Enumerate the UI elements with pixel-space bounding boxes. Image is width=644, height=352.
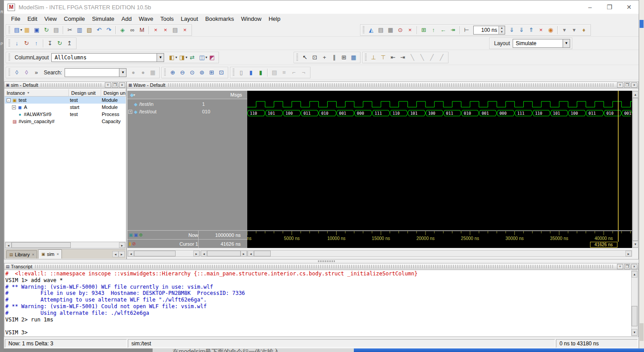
restart-icon[interactable]: ⊞ bbox=[419, 26, 428, 35]
insert-cursor-icon[interactable]: ⊥ bbox=[369, 53, 378, 62]
wave-grid-icon[interactable]: ▣ bbox=[134, 232, 138, 237]
break-icon[interactable]: × bbox=[537, 26, 545, 35]
minimize-button[interactable]: – bbox=[580, 0, 600, 14]
scroll-left-icon[interactable]: ◄ bbox=[128, 251, 134, 256]
sim-panel-header[interactable]: ▣ sim - Default + ❐ × bbox=[4, 82, 126, 89]
transcript-header[interactable]: ▤ Transcript + ❐ × bbox=[4, 263, 638, 270]
title-bar[interactable]: M ModelSim - INTEL FPGA STARTER EDITION … bbox=[4, 0, 639, 14]
tree-row-vsimcapacity[interactable]: ▨#vsim_capacity#Capacity bbox=[5, 118, 126, 125]
next-transition-icon[interactable]: ⇥ bbox=[398, 53, 407, 62]
promote-icon[interactable]: ↑ bbox=[32, 39, 41, 48]
add-to-wave-icon[interactable]: M bbox=[138, 26, 146, 35]
waveform-canvas[interactable]: 1101011000110100010001111101011000110100… bbox=[247, 91, 632, 230]
sync-icon[interactable]: ↻ bbox=[42, 26, 51, 35]
run-icon[interactable]: ⇓ bbox=[507, 26, 516, 35]
memory-list-icon[interactable]: ▤ bbox=[376, 26, 385, 35]
tree-row-ALWAYS9[interactable]: ●#ALWAYS#9testProcess bbox=[5, 111, 126, 118]
transcript-vertical-scrollbar[interactable]: ▲ ▼ bbox=[631, 271, 638, 336]
toolbar-grip[interactable] bbox=[8, 54, 10, 62]
dock-button[interactable]: + bbox=[105, 82, 111, 88]
run-all-icon[interactable]: ⇓ bbox=[517, 26, 526, 35]
refresh-icon[interactable]: ↻ bbox=[22, 39, 31, 48]
zoom-full-icon[interactable]: ⊙ bbox=[188, 68, 196, 77]
copy-icon[interactable]: ▥ bbox=[75, 26, 84, 35]
chevron-down-icon[interactable]: ▾ bbox=[205, 55, 207, 59]
grid-b-icon[interactable]: ≡ bbox=[280, 68, 288, 77]
print-icon[interactable]: ▤ bbox=[52, 26, 61, 35]
grid-config-icon[interactable]: ◫ bbox=[197, 53, 206, 62]
menu-tools[interactable]: Tools bbox=[157, 15, 177, 23]
scroll-left-icon[interactable]: ◄ bbox=[201, 251, 207, 256]
expand-icon[interactable]: + bbox=[128, 110, 132, 114]
restore-button[interactable]: ❐ bbox=[624, 82, 630, 88]
next-falling-icon[interactable]: ╲ bbox=[418, 53, 426, 62]
scroll-thumb[interactable] bbox=[207, 251, 241, 256]
select-mode-icon[interactable]: ↖ bbox=[300, 53, 309, 62]
step-back-icon[interactable]: ← bbox=[439, 26, 448, 35]
zoom-in-icon[interactable]: ⊕ bbox=[168, 68, 177, 77]
menu-view[interactable]: View bbox=[41, 15, 60, 23]
panel-drag-grip[interactable] bbox=[35, 265, 614, 268]
menu-compile[interactable]: Compile bbox=[60, 15, 88, 23]
scroll-thumb[interactable] bbox=[632, 306, 637, 326]
signal-row-testin[interactable]: ◆/test/in1 bbox=[127, 101, 247, 108]
run-length-field[interactable]: ▲▼ bbox=[473, 26, 505, 35]
menu-wave[interactable]: Wave bbox=[135, 15, 157, 23]
pop-up-icon[interactable]: ↥ bbox=[65, 39, 74, 48]
lock-cursor-icon[interactable]: ▮ bbox=[129, 241, 131, 246]
kill-process-icon[interactable]: × bbox=[151, 26, 160, 35]
pan-mode-icon[interactable]: + bbox=[320, 53, 329, 62]
cursor-row[interactable]: ▮ ⊘ Cursor 1 41626 ns bbox=[127, 239, 247, 248]
dock-button[interactable]: + bbox=[617, 82, 623, 88]
cut-icon[interactable]: ✂ bbox=[65, 26, 74, 35]
tab-scroll-right-icon[interactable]: ► bbox=[119, 251, 125, 257]
toolbar-grip[interactable] bbox=[365, 54, 367, 62]
toolbar-grip[interactable] bbox=[8, 26, 10, 34]
prev-transition-icon[interactable]: ⇤ bbox=[388, 53, 397, 62]
panel-drag-grip[interactable] bbox=[168, 83, 614, 87]
grid-icon[interactable]: ◩ bbox=[207, 53, 216, 62]
cursor-time-box[interactable]: 41626 ns bbox=[590, 242, 617, 248]
profile-icon[interactable]: ◭ bbox=[367, 26, 376, 35]
delete-all-icon[interactable]: × bbox=[406, 26, 414, 35]
zoom-range-icon[interactable]: ⊞ bbox=[207, 68, 216, 77]
chevron-down-icon[interactable]: ▾ bbox=[20, 28, 22, 32]
layout-dropdown[interactable]: Simulate ▼ bbox=[513, 39, 570, 48]
filter-icon[interactable]: ▼ bbox=[27, 91, 30, 94]
tab-sim[interactable]: ▣sim× bbox=[38, 249, 62, 259]
columnlayout-dropdown[interactable]: AllColumns ▼ bbox=[51, 53, 164, 62]
save-icon[interactable]: ▣ bbox=[32, 26, 41, 35]
toolbar-grip[interactable] bbox=[8, 69, 10, 77]
search-box[interactable]: ▼ bbox=[65, 68, 126, 77]
right-column-icon[interactable]: ▮ bbox=[256, 68, 265, 77]
zoom-cursor-icon[interactable]: ⊚ bbox=[197, 68, 206, 77]
zoom-out-icon[interactable]: ⊖ bbox=[178, 68, 187, 77]
continue-run-icon[interactable]: ⇑ bbox=[527, 26, 536, 35]
memory-mode-icon[interactable]: ▦ bbox=[349, 53, 358, 62]
paste-icon[interactable]: ▧ bbox=[85, 26, 94, 35]
scroll-thumb[interactable] bbox=[632, 98, 638, 241]
prev-falling-icon[interactable]: ╲ bbox=[408, 53, 417, 62]
toolbar-grip[interactable] bbox=[164, 69, 166, 77]
clear-transcript-icon[interactable]: ▤ bbox=[171, 26, 180, 35]
scroll-thumb[interactable] bbox=[134, 251, 176, 256]
close-button[interactable]: ✕ bbox=[619, 0, 639, 14]
show-drivers-icon[interactable]: ◊ bbox=[12, 68, 21, 77]
pause-hand-icon[interactable]: ♦ bbox=[579, 26, 588, 35]
wave-vertical-scrollbar[interactable]: ▲ ▼ bbox=[632, 91, 639, 248]
grid-a-icon[interactable]: ▤ bbox=[270, 68, 279, 77]
prev-rising-icon[interactable]: ╱ bbox=[427, 53, 436, 62]
toolbar-grip[interactable] bbox=[363, 26, 364, 34]
scroll-up-icon[interactable]: ▲ bbox=[632, 91, 638, 98]
grid-d-icon[interactable]: ¬ bbox=[299, 68, 308, 77]
scroll-thumb[interactable] bbox=[254, 251, 271, 256]
restore-button[interactable]: ❐ bbox=[624, 264, 630, 269]
zoom-last-icon[interactable]: ⊡ bbox=[217, 68, 226, 77]
scroll-down-icon[interactable]: ▼ bbox=[632, 241, 638, 248]
wave-scrollbar[interactable]: ◄ ► bbox=[247, 250, 632, 257]
tab-scroll-left-icon[interactable]: ◄ bbox=[112, 251, 119, 257]
column-preset-alt-icon[interactable]: ◨ bbox=[177, 53, 186, 62]
wave-panel-header[interactable]: ▦ Wave - Default + ❐ × bbox=[127, 82, 638, 89]
step-over-icon[interactable]: ▾ bbox=[570, 26, 579, 35]
timeline-ruler[interactable]: 0 ns5000 ns10000 ns15000 ns20000 ns25000… bbox=[247, 230, 632, 242]
